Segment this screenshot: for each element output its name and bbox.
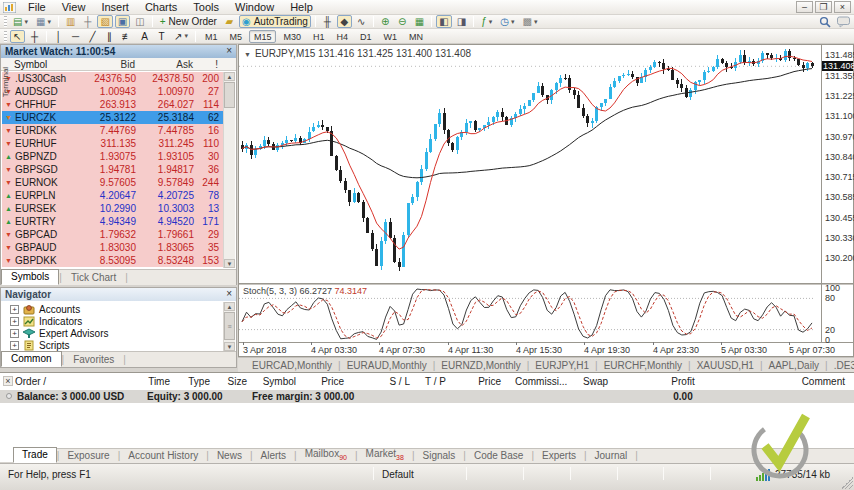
symbol-column-header[interactable]: Symbol [14, 59, 77, 70]
terminal-column-commissi[interactable]: Commissi... [515, 376, 567, 387]
terminal-tab-signals[interactable]: Signals [415, 449, 464, 463]
cursor-tool[interactable]: ↖ [10, 30, 25, 43]
chart-tab-aapldaily[interactable]: AAPL,Daily [763, 360, 826, 371]
periods-button[interactable]: ◷▾ [497, 15, 517, 28]
terminal-tab-mailbox[interactable]: Mailbox90 [297, 447, 355, 463]
market-watch-row[interactable]: ▼GBPDKK8.530958.53248153 [2, 254, 224, 267]
market-watch-row[interactable]: ▲EURPLN4.206474.2072578 [2, 189, 224, 202]
scroll-down-icon[interactable]: ▼ [224, 342, 235, 351]
menu-help[interactable]: Help [282, 1, 321, 13]
timeframe-d1[interactable]: D1 [355, 30, 377, 43]
market-watch-row[interactable]: ▼EURNOK9.576059.57849244 [2, 176, 224, 189]
arrange-asc-button[interactable]: ◧ [436, 15, 451, 28]
market-watch-row[interactable]: ▼.US30Cash24376.5024378.50200 [2, 72, 224, 85]
expand-icon[interactable]: + [10, 305, 19, 314]
terminal-tab-market[interactable]: Market38 [358, 447, 412, 463]
terminal-tab-account-history[interactable]: Account History [120, 449, 206, 463]
spread-column-header[interactable]: ! [193, 59, 220, 70]
arrange-desc-button[interactable]: ◨ [454, 15, 469, 28]
profiles-button[interactable]: ▦▾ [33, 15, 54, 28]
expand-icon[interactable]: + [10, 317, 19, 326]
horizontal-line-tool[interactable]: ─ [68, 30, 83, 43]
terminal-column-symbol[interactable]: Symbol [263, 376, 296, 387]
chart-tab-de30cashm1[interactable]: .DE30Cash,M1 [828, 360, 854, 371]
close-icon[interactable]: × [226, 289, 232, 301]
menu-tools[interactable]: Tools [185, 1, 227, 13]
menu-charts[interactable]: Charts [137, 1, 185, 13]
market-watch-row[interactable]: ▼EURCZK25.312225.318462 [2, 111, 224, 124]
market-watch-title-bar[interactable]: Market Watch: 11:00:54 × [1, 45, 236, 58]
menu-file[interactable]: File [20, 1, 54, 13]
terminal-column-price[interactable]: Price [478, 376, 501, 387]
terminal-column-type[interactable]: Type [188, 376, 210, 387]
menu-insert[interactable]: Insert [93, 1, 137, 13]
search-icon[interactable] [819, 16, 831, 30]
autotrading-button[interactable]: ◉AutoTrading [239, 15, 311, 28]
market-watch-toggle[interactable]: ▥ [63, 15, 78, 28]
timeframe-h1[interactable]: H1 [308, 30, 330, 43]
terminal-column-size[interactable]: Size [228, 376, 247, 387]
terminal-tab-code-base[interactable]: Code Base [466, 449, 531, 463]
close-icon[interactable]: × [226, 46, 232, 58]
bid-column-header[interactable]: Bid [77, 59, 135, 70]
timeframe-m30[interactable]: M30 [278, 30, 306, 43]
terminal-column-t-p[interactable]: T / P [425, 376, 446, 387]
terminal-toggle[interactable]: ▣ [115, 15, 130, 28]
market-watch-row[interactable]: ▲EURSEK10.299010.300313 [2, 202, 224, 215]
chart-tab-eurcadmonthly[interactable]: EURCAD,Monthly [246, 360, 338, 371]
chart-tab-euraudmonthly[interactable]: EURAUD,Monthly [341, 360, 433, 371]
scroll-thumb[interactable]: ≡ [224, 312, 235, 340]
price-chart[interactable] [239, 47, 819, 283]
market-watch-row[interactable]: ▼GBPAUD1.830301.8306535 [2, 241, 224, 254]
label-tool[interactable]: T [154, 30, 169, 43]
new-chart-button[interactable]: ▤▾ [10, 15, 31, 28]
market-watch-scrollbar[interactable]: ▲▼ [223, 72, 235, 268]
vertical-line-tool[interactable]: │ [51, 30, 66, 43]
market-watch-row[interactable]: ▼GBPSGD1.947811.9481736 [2, 163, 224, 176]
navigator-item-indicators[interactable]: +Indicators [1, 315, 236, 327]
chart-collapse-icon[interactable]: ▼ [244, 51, 251, 58]
tab-tick-chart[interactable]: Tick Chart [62, 271, 125, 285]
market-watch-row[interactable]: ▲GBPNZD1.930751.9310530 [2, 150, 224, 163]
market-watch-header[interactable]: SymbolBidAsk! [1, 58, 236, 71]
scroll-up-icon[interactable]: ▲ [224, 72, 235, 81]
terminal-tab-journal[interactable]: Journal [587, 449, 636, 463]
scroll-thumb[interactable] [224, 82, 235, 108]
balance-row[interactable]: Balance: 3 000.00 USD Equity: 3 000.00 F… [0, 390, 854, 403]
market-watch-row[interactable]: ▲EURTRY4.943494.94520171 [2, 215, 224, 228]
close-button[interactable]: × [834, 1, 851, 13]
strategy-tester-toggle[interactable]: ◫ [132, 15, 147, 28]
timeframe-h4[interactable]: H4 [331, 30, 353, 43]
market-watch-row[interactable]: ▼EURHUF311.135311.245110 [2, 137, 224, 150]
text-tool[interactable]: A [137, 30, 152, 43]
terminal-column-profit[interactable]: Profit [643, 376, 723, 387]
timeframe-m15[interactable]: M15 [249, 30, 277, 43]
candle-chart-button[interactable]: ◆ [337, 15, 352, 28]
line-chart-button[interactable]: ∿ [354, 15, 369, 28]
navigator-title-bar[interactable]: Navigator × [1, 288, 236, 301]
market-watch-row[interactable]: ▼EURDKK7.447697.4478516 [2, 124, 224, 137]
trendline-tool[interactable]: ╱ [85, 30, 100, 43]
tab-symbols[interactable]: Symbols [1, 269, 59, 285]
chart-tab-eurnzdmonthly[interactable]: EURNZD,Monthly [435, 360, 526, 371]
terminal-column-comment[interactable]: Comment [802, 376, 845, 387]
menu-window[interactable]: Window [227, 1, 282, 13]
terminal-column-order[interactable]: Order / [15, 376, 46, 387]
tab-favorites[interactable]: Favorites [64, 353, 123, 367]
ask-column-header[interactable]: Ask [135, 59, 193, 70]
terminal-table-header[interactable]: Order /TimeTypeSizeSymbolPriceS / LT / P… [0, 376, 854, 390]
chart-tab-eurchfmonthly[interactable]: EURCHF,Monthly [598, 360, 688, 371]
terminal-tab-news[interactable]: News [209, 449, 250, 463]
resize-grip[interactable] [841, 477, 853, 489]
bar-chart-button[interactable]: ╫ [320, 15, 335, 28]
crosshair-tool[interactable]: ┼ [27, 30, 42, 43]
terminal-column-time[interactable]: Time [148, 376, 170, 387]
zoom-in-button[interactable]: ⊕ [378, 15, 393, 28]
status-profile[interactable]: Default [382, 469, 414, 480]
expand-icon[interactable]: + [10, 341, 19, 350]
arrows-tool[interactable]: ↗▾ [171, 30, 191, 43]
channel-tool[interactable]: ∥ [102, 30, 117, 43]
chart-tab-eurjpyh1[interactable]: EURJPY,H1 [529, 360, 595, 371]
terminal-column-price[interactable]: Price [321, 376, 344, 387]
navigator-item-scripts[interactable]: +Scripts [1, 339, 236, 351]
